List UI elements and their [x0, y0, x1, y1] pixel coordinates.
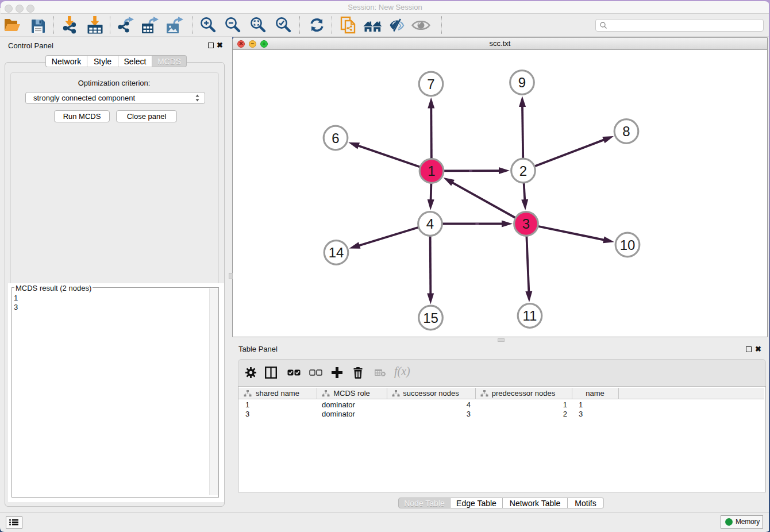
svg-text:2: 2	[519, 163, 527, 179]
svg-text:1: 1	[428, 163, 435, 179]
svg-text:4: 4	[426, 216, 434, 232]
svg-text:10: 10	[620, 237, 636, 253]
svg-text:11: 11	[523, 308, 537, 323]
svg-text:7: 7	[427, 76, 434, 92]
svg-text:6: 6	[332, 130, 339, 146]
svg-text:14: 14	[329, 245, 344, 260]
svg-text:9: 9	[518, 75, 526, 90]
svg-text:3: 3	[522, 216, 530, 232]
svg-text:15: 15	[423, 310, 438, 326]
svg-text:8: 8	[622, 124, 630, 139]
